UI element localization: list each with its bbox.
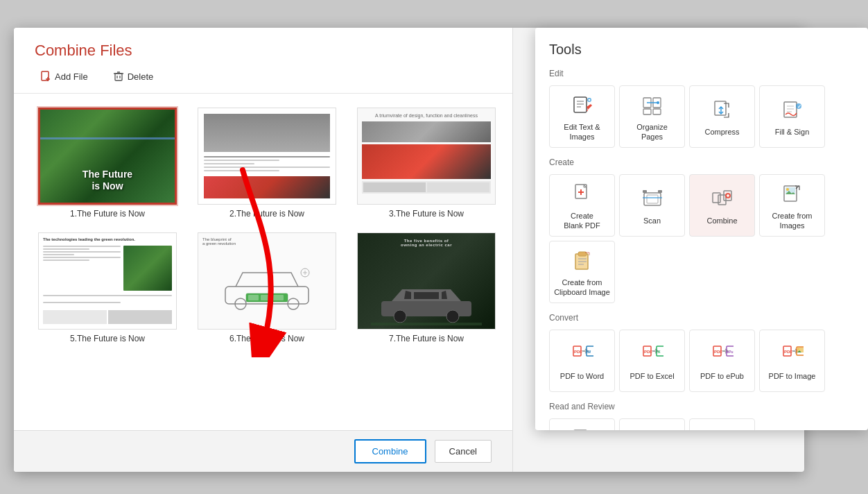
tool-scan[interactable]: Scan bbox=[619, 174, 685, 237]
svg-rect-31 bbox=[643, 109, 651, 114]
file-thumb-5: The technologies leading the green revol… bbox=[38, 232, 177, 330]
file-thumb-3: A triumvirate of design, function and cl… bbox=[357, 108, 496, 205]
pdf-word-icon: PDF W bbox=[570, 342, 595, 367]
file-item-7[interactable]: The five benefits ofowning an electric c… bbox=[354, 232, 499, 343]
combine-icon bbox=[710, 187, 735, 212]
tool-pdf-word[interactable]: PDF W PDF to Word bbox=[549, 330, 615, 392]
svg-rect-12 bbox=[248, 295, 259, 300]
combine-title: Combine Files bbox=[35, 42, 492, 60]
tool-organize[interactable]: OrganizePages bbox=[619, 85, 685, 148]
file-item-3[interactable]: A triumvirate of design, function and cl… bbox=[354, 108, 499, 219]
tools-title: Tools bbox=[549, 42, 854, 58]
svg-text:W: W bbox=[587, 350, 591, 354]
file-item-2[interactable]: 2.The Future is Now bbox=[194, 108, 340, 219]
file-item-6[interactable]: The blueprint ofa green revolution bbox=[194, 232, 340, 343]
tool-pdf-image-label: PDF to Image bbox=[769, 371, 816, 381]
tool-compress-label: Compress bbox=[704, 127, 739, 137]
svg-rect-49 bbox=[713, 193, 720, 203]
delete-button[interactable]: Delete bbox=[107, 68, 159, 85]
svg-rect-3 bbox=[115, 74, 122, 80]
svg-rect-48 bbox=[658, 190, 662, 193]
file-item-1[interactable]: The Futureis Now 1.The Future is Now bbox=[35, 108, 180, 219]
file-thumb-1: The Futureis Now bbox=[38, 108, 177, 205]
tool-edit-text[interactable]: Edit Text &Images bbox=[549, 85, 615, 148]
svg-rect-32 bbox=[653, 109, 661, 114]
tools-section-convert: Convert bbox=[549, 313, 854, 323]
tool-print[interactable]: Print bbox=[619, 418, 685, 430]
organize-icon bbox=[640, 93, 665, 118]
svg-rect-14 bbox=[273, 295, 284, 300]
file-label-2: 2.The Future is Now bbox=[229, 209, 304, 219]
svg-text:PDF: PDF bbox=[714, 350, 722, 354]
svg-rect-46 bbox=[647, 195, 658, 203]
tool-combine[interactable]: Combine bbox=[689, 174, 755, 237]
file-thumb-7: The five benefits ofowning an electric c… bbox=[357, 232, 496, 330]
pdf-epub-icon: PDF ePub bbox=[710, 342, 735, 367]
file-label-5: 5.The Future is Now bbox=[70, 334, 145, 343]
svg-rect-13 bbox=[261, 295, 271, 300]
svg-point-57 bbox=[786, 188, 789, 191]
tool-pdf-epub-label: PDF to ePub bbox=[700, 371, 744, 381]
tool-blank-pdf-label: CreateBlank PDF bbox=[564, 211, 600, 231]
file-label-3: 3.The Future is Now bbox=[389, 209, 464, 219]
combine-button[interactable]: Combine bbox=[354, 439, 426, 463]
tools-section-review: Read and Review bbox=[549, 402, 854, 411]
svg-text:PDF: PDF bbox=[644, 350, 652, 354]
add-file-icon bbox=[40, 71, 51, 82]
add-file-button[interactable]: Add File bbox=[35, 68, 94, 85]
tool-compress[interactable]: Compress bbox=[689, 85, 755, 148]
tools-section-create: Create bbox=[549, 157, 854, 167]
add-file-label: Add File bbox=[55, 71, 88, 82]
tool-create-images[interactable]: Create fromImages bbox=[759, 174, 825, 237]
tool-fill-sign[interactable]: ✓ Fill & Sign bbox=[759, 85, 825, 148]
tool-clipboard[interactable]: Create fromClipboard Image bbox=[549, 241, 615, 303]
tool-pdf-image[interactable]: PDF PDF to Image bbox=[759, 330, 825, 392]
cancel-button[interactable]: Cancel bbox=[435, 440, 492, 463]
tool-pdf-epub[interactable]: PDF ePub PDF to ePub bbox=[689, 330, 755, 392]
tool-protect[interactable]: Protect bbox=[689, 418, 755, 430]
combine-header: Combine Files Add File bbox=[14, 28, 512, 94]
tool-edit-text-label: Edit Text &Images bbox=[564, 122, 600, 142]
svg-text:X: X bbox=[657, 350, 660, 354]
convert-tools-grid: PDF W PDF to Word PDF X PDF bbox=[549, 330, 854, 392]
svg-text:✓: ✓ bbox=[797, 104, 801, 109]
tool-organize-label: OrganizePages bbox=[636, 122, 668, 142]
svg-point-33 bbox=[657, 101, 659, 104]
review-tools-grid: a Review &Annotate Print bbox=[549, 418, 854, 430]
svg-point-19 bbox=[394, 310, 406, 323]
tools-section-edit: Edit bbox=[549, 69, 854, 78]
tool-pdf-excel[interactable]: PDF X PDF to Excel bbox=[619, 330, 685, 392]
delete-icon bbox=[113, 71, 124, 82]
svg-point-81 bbox=[798, 348, 799, 350]
file-label-7: 7.The Future is Now bbox=[389, 334, 464, 343]
blank-pdf-icon bbox=[570, 182, 595, 207]
file-label-6: 6.The Future is Now bbox=[229, 334, 304, 343]
tools-panel: Tools Edit Edit Text &Images bbox=[535, 28, 868, 430]
toolbar-row: Add File Delete bbox=[35, 68, 492, 85]
tool-create-images-label: Create fromImages bbox=[772, 211, 812, 231]
file-thumb-6: The blueprint ofa green revolution bbox=[198, 232, 336, 330]
fill-sign-icon: ✓ bbox=[780, 98, 805, 123]
edit-tools-grid: Edit Text &Images OrganizePages bbox=[549, 85, 854, 148]
tool-pdf-word-label: PDF to Word bbox=[560, 371, 604, 381]
tool-review[interactable]: a Review &Annotate bbox=[549, 418, 615, 430]
tool-blank-pdf[interactable]: CreateBlank PDF bbox=[549, 174, 615, 237]
review-icon: a bbox=[570, 426, 595, 430]
tool-pdf-excel-label: PDF to Excel bbox=[630, 371, 674, 381]
svg-point-28 bbox=[588, 99, 590, 101]
svg-rect-47 bbox=[643, 190, 647, 193]
tool-combine-label: Combine bbox=[706, 216, 737, 225]
pdf-image-icon: PDF bbox=[780, 342, 805, 367]
tool-fill-sign-label: Fill & Sign bbox=[775, 127, 810, 137]
tool-clipboard-label: Create fromClipboard Image bbox=[554, 278, 610, 298]
combine-panel: Combine Files Add File bbox=[14, 28, 513, 472]
create-images-icon bbox=[780, 182, 805, 207]
file-item-5[interactable]: The technologies leading the green revol… bbox=[35, 232, 180, 343]
svg-text:ePub: ePub bbox=[727, 350, 734, 354]
create-tools-grid: CreateBlank PDF Scan bbox=[549, 174, 854, 303]
svg-rect-23 bbox=[574, 97, 587, 112]
tool-scan-label: Scan bbox=[643, 216, 661, 225]
clipboard-icon bbox=[570, 248, 595, 273]
delete-label: Delete bbox=[128, 71, 154, 82]
svg-rect-50 bbox=[718, 195, 726, 205]
